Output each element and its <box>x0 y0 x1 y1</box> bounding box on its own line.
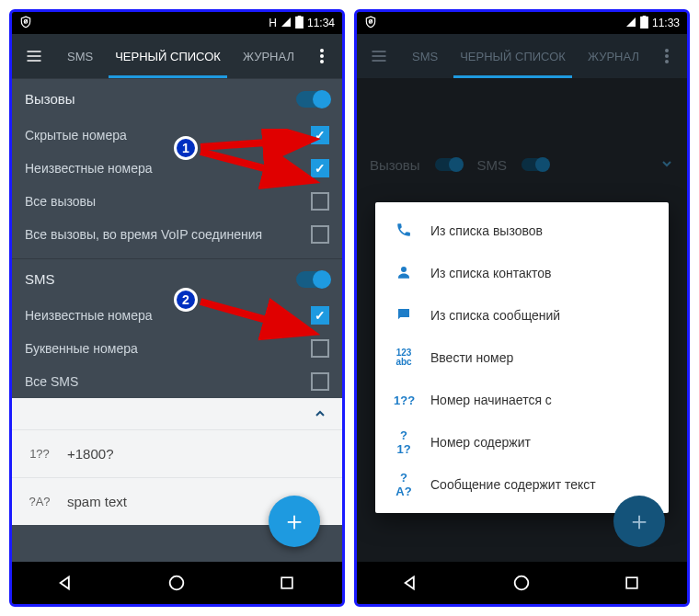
svg-line-12 <box>201 152 306 179</box>
more-button[interactable] <box>305 49 338 63</box>
tab-journal[interactable]: ЖУРНАЛ <box>232 34 305 78</box>
menu-from-contacts[interactable]: Из списка контактов <box>375 252 669 294</box>
svg-rect-19 <box>640 16 648 28</box>
message-icon <box>394 306 414 325</box>
tab-blacklist[interactable]: ЧЕРНЫЙ СПИСОК <box>104 34 232 78</box>
annotation-arrow-1b <box>196 147 325 202</box>
keypad-icon: 123abc <box>394 348 414 367</box>
app-bar: SMS ЧЕРНЫЙ СПИСОК ЖУРНАЛ <box>12 34 342 78</box>
svg-line-11 <box>201 140 306 147</box>
menu-button[interactable] <box>12 47 56 65</box>
calls-section-header: Вызовы <box>12 78 342 119</box>
clock: 11:33 <box>652 17 680 29</box>
nav-recent[interactable] <box>274 570 300 596</box>
starts-with-icon: 1?? <box>394 394 414 407</box>
svg-marker-14 <box>60 577 68 589</box>
more-button[interactable] <box>650 49 683 63</box>
add-fab[interactable]: ＋ <box>269 496 320 547</box>
tab-sms[interactable]: SMS <box>56 34 104 78</box>
clock: 11:34 <box>307 17 335 29</box>
svg-point-24 <box>665 49 669 52</box>
checkbox-sms-all[interactable] <box>311 372 329 391</box>
contains-text-icon: ?A? <box>394 471 414 498</box>
network-indicator: H <box>269 17 277 29</box>
shield-icon <box>19 16 32 31</box>
add-menu-sheet: Из списка вызовов Из списка контактов Из… <box>375 202 669 513</box>
battery-icon <box>295 16 304 31</box>
status-bar: H 11:34 <box>12 12 342 34</box>
tab-journal[interactable]: ЖУРНАЛ <box>577 34 650 78</box>
blacklist-item-text: +1800? <box>67 446 113 462</box>
menu-contains-number[interactable]: ?1? Номер содержит <box>375 421 669 463</box>
signal-icon <box>281 17 292 30</box>
annotation-badge-2: 2 <box>174 288 198 312</box>
svg-rect-2 <box>295 16 304 28</box>
svg-point-8 <box>320 54 324 58</box>
svg-rect-30 <box>626 577 637 588</box>
phone-right: 11:33 SMS ЧЕРНЫЙ СПИСОК ЖУРНАЛ Вызовы SM… <box>354 9 690 607</box>
svg-point-26 <box>665 60 669 63</box>
nav-bar <box>357 562 687 604</box>
signal-icon <box>625 17 636 30</box>
status-bar: 11:33 <box>357 12 687 34</box>
collapse-button[interactable] <box>12 398 342 429</box>
svg-line-13 <box>201 302 306 331</box>
nav-recent[interactable] <box>619 570 645 596</box>
sms-heading: SMS <box>25 271 55 287</box>
nav-bar <box>12 562 342 604</box>
add-fab-dimmed: ＋ <box>613 496 665 547</box>
svg-point-29 <box>515 576 529 590</box>
pattern-icon: 1?? <box>25 447 54 461</box>
annotation-badge-1: 1 <box>174 136 198 160</box>
shield-icon <box>364 16 377 31</box>
svg-rect-3 <box>298 16 302 17</box>
app-bar: SMS ЧЕРНЫЙ СПИСОК ЖУРНАЛ <box>357 34 687 78</box>
phone-icon <box>394 222 414 241</box>
svg-point-27 <box>401 267 407 272</box>
phone-left: H 11:34 SMS ЧЕРНЫЙ СПИСОК ЖУРНАЛ Вызовы … <box>9 9 345 607</box>
calls-toggle[interactable] <box>296 91 329 108</box>
contains-number-icon: ?1? <box>394 428 414 456</box>
calls-row-voip[interactable]: Все вызовы, во время VoIP соединения <box>12 218 342 251</box>
sms-toggle[interactable] <box>296 271 329 288</box>
sms-row-all[interactable]: Все SMS <box>12 365 342 398</box>
person-icon <box>394 264 414 283</box>
blacklist-item-text: spam text <box>67 494 127 509</box>
menu-from-messages[interactable]: Из списка сообщений <box>375 294 669 337</box>
calls-heading: Вызовы <box>25 91 75 107</box>
menu-starts-with[interactable]: 1?? Номер начинается с <box>375 379 669 421</box>
battery-icon <box>640 16 648 31</box>
tab-blacklist[interactable]: ЧЕРНЫЙ СПИСОК <box>449 34 577 78</box>
nav-back[interactable] <box>54 570 80 596</box>
tab-sms[interactable]: SMS <box>401 34 449 78</box>
svg-marker-28 <box>405 577 413 589</box>
svg-rect-20 <box>643 16 647 17</box>
content-area: Вызовы SMS Из списка вызовов Из списка к… <box>357 78 687 562</box>
checkbox-voip-calls[interactable] <box>311 225 329 244</box>
svg-point-7 <box>320 49 324 52</box>
text-pattern-icon: ?A? <box>25 495 54 508</box>
menu-enter-number[interactable]: 123abc Ввести номер <box>375 337 669 379</box>
svg-point-25 <box>665 54 669 58</box>
svg-point-15 <box>170 576 184 590</box>
annotation-arrow-2 <box>196 294 325 349</box>
content-area: Вызовы Скрытые номера Неизвестные номера… <box>12 78 342 562</box>
menu-button[interactable] <box>357 47 401 65</box>
svg-rect-16 <box>281 577 292 588</box>
blacklist-item-1[interactable]: 1?? +1800? <box>12 429 342 477</box>
nav-back[interactable] <box>399 570 425 596</box>
nav-home[interactable] <box>509 570 534 596</box>
svg-point-9 <box>320 60 324 63</box>
nav-home[interactable] <box>164 570 189 596</box>
menu-from-calls[interactable]: Из списка вызовов <box>375 210 669 252</box>
